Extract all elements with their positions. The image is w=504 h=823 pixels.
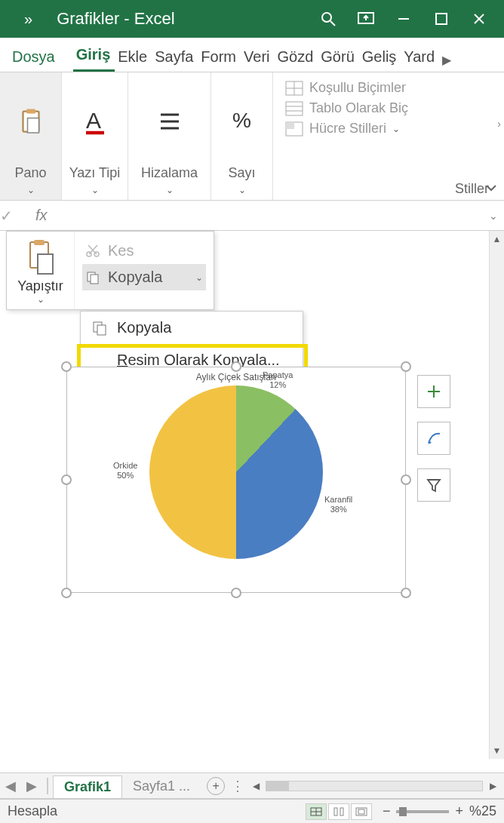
cell-styles-label: Hücre Stilleri: [309, 121, 386, 137]
zoom-in-button[interactable]: +: [455, 803, 463, 819]
svg-line-1: [330, 21, 335, 26]
cell-styles[interactable]: Hücre Stilleri ⌄: [285, 121, 492, 137]
view-normal-icon[interactable]: [306, 803, 327, 820]
view-page-break-icon[interactable]: [351, 803, 372, 820]
resize-handle[interactable]: [231, 361, 241, 372]
resize-handle[interactable]: [401, 474, 411, 485]
vertical-scrollbar[interactable]: ▲ ▼: [489, 231, 504, 759]
scroll-up-icon[interactable]: ▲: [490, 231, 504, 247]
chart-object[interactable]: Aylık Çiçek Satışları Papatya12% Karanfi…: [66, 367, 406, 593]
tab-review[interactable]: Gözd: [274, 42, 318, 72]
pie-chart[interactable]: Papatya12% Karanfil38% Orkide50%: [149, 385, 323, 559]
copy-menu-item[interactable]: Kopyala ⌄: [82, 264, 206, 290]
chevron-down-icon[interactable]: ⌄: [166, 185, 174, 195]
chevron-down-icon[interactable]: ⌄: [195, 272, 203, 283]
zoom-slider[interactable]: [396, 810, 449, 813]
group-styles: Koşullu Biçimler Tablo Olarak Biç Hücre …: [273, 72, 504, 200]
chart-quick-buttons: [417, 375, 450, 502]
paste-button[interactable]: Yapıştır ⌄: [7, 232, 75, 309]
svg-rect-23: [286, 122, 294, 129]
tab-view[interactable]: Görü: [318, 42, 358, 72]
view-page-layout-icon[interactable]: [328, 803, 349, 820]
chart-styles-button[interactable]: [417, 422, 450, 455]
chevron-down-icon[interactable]: ⌄: [27, 185, 35, 195]
minimize-button[interactable]: [385, 0, 423, 38]
scroll-down-icon[interactable]: ▼: [490, 742, 504, 759]
table-icon: [285, 101, 303, 116]
cut-menu-item[interactable]: Kes: [82, 238, 206, 264]
format-as-table[interactable]: Tablo Olarak Biç: [285, 100, 492, 116]
resize-handle[interactable]: [61, 361, 72, 372]
svg-rect-19: [286, 102, 303, 115]
worksheet-area[interactable]: ▲ ▼ Yapıştır ⌄ Kes Kopyala ⌄: [0, 231, 504, 759]
styles-group-label: Stiller: [279, 180, 498, 197]
chart-elements-button[interactable]: [417, 375, 450, 408]
status-calc: Hesapla: [8, 803, 57, 819]
group-font: A Yazı Tipi ⌄: [62, 72, 128, 200]
resize-handle[interactable]: [401, 588, 411, 598]
ribbon: Pano⌄ A Yazı Tipi ⌄ Hizalama⌄ % Sayı⌄ Ko…: [0, 72, 504, 201]
clipboard-icon: [17, 108, 45, 135]
sheet-tab-next[interactable]: Sayfa1 ...: [122, 775, 201, 797]
sheet-nav-next[interactable]: ▶: [21, 778, 42, 794]
font-icon: A: [81, 108, 109, 135]
copy-icon: [91, 320, 108, 336]
svg-rect-5: [436, 14, 447, 24]
conditional-formatting[interactable]: Koşullu Biçimler: [285, 80, 492, 96]
submenu-copy[interactable]: Kopyala: [81, 312, 303, 344]
maximize-button[interactable]: [423, 0, 460, 38]
svg-rect-10: [27, 118, 38, 133]
formula-expand-icon[interactable]: ⌄: [489, 210, 498, 222]
tabs-scroll-right[interactable]: ▶: [439, 48, 454, 72]
hscroll-thumb[interactable]: [266, 782, 289, 791]
table-format-label: Tablo Olarak Biç: [309, 100, 408, 116]
hscroll-right[interactable]: ▶: [486, 781, 499, 791]
styles-scroll[interactable]: ›: [497, 118, 501, 130]
resize-handle[interactable]: [231, 588, 241, 598]
collapse-ribbon-icon[interactable]: [484, 183, 498, 197]
alignment-label[interactable]: Hizalama: [141, 165, 198, 180]
number-label[interactable]: Sayı: [228, 165, 255, 180]
paste-label: Yapıştır: [10, 278, 71, 294]
zoom-level[interactable]: %25: [469, 803, 496, 819]
sheet-tab-active[interactable]: Grafik1: [53, 775, 122, 798]
titlebar-more[interactable]: »: [24, 11, 32, 28]
chevron-down-icon[interactable]: ⌄: [10, 294, 71, 305]
copy-icon: [85, 270, 100, 285]
sheet-tabs-row: ◀ ▶ Grafik1 Sayfa1 ... + ⋮ ◀ ▶: [0, 772, 504, 799]
tab-help[interactable]: Yard: [401, 42, 439, 72]
sheet-nav-prev[interactable]: ◀: [0, 778, 21, 794]
hscroll-left[interactable]: ◀: [249, 781, 263, 791]
svg-rect-45: [358, 809, 364, 814]
zoom-thumb[interactable]: [399, 807, 407, 816]
tab-formulas[interactable]: Form: [198, 42, 241, 72]
svg-rect-43: [340, 808, 343, 815]
status-bar: Hesapla − + %25: [0, 799, 504, 823]
tab-file[interactable]: Dosya: [9, 42, 60, 72]
horizontal-scrollbar[interactable]: ◀ ▶: [244, 781, 504, 791]
clipboard-label[interactable]: Pano: [14, 165, 46, 180]
svg-rect-34: [97, 325, 106, 335]
chevron-down-icon[interactable]: ⌄: [91, 185, 99, 195]
tab-developer[interactable]: Geliş: [359, 42, 401, 72]
close-button[interactable]: [460, 0, 498, 38]
cond-format-label: Koşullu Biçimler: [309, 80, 406, 96]
tab-home[interactable]: Giriş: [73, 40, 115, 72]
tab-data[interactable]: Veri: [241, 42, 274, 72]
tab-insert[interactable]: Ekle: [115, 42, 152, 72]
search-icon[interactable]: [309, 0, 347, 38]
cut-label: Kes: [108, 242, 134, 259]
zoom-out-button[interactable]: −: [383, 803, 391, 819]
group-clipboard: Pano⌄: [0, 72, 62, 200]
add-sheet-button[interactable]: +: [207, 777, 225, 795]
formula-confirm-icon[interactable]: ✓: [0, 207, 13, 225]
font-label[interactable]: Yazı Tipi: [69, 165, 121, 180]
chevron-down-icon[interactable]: ⌄: [238, 185, 246, 195]
fx-icon[interactable]: fx: [35, 207, 48, 224]
tab-pagelayout[interactable]: Sayfa: [152, 42, 198, 72]
resize-handle[interactable]: [61, 588, 72, 598]
ribbon-mode-icon[interactable]: [347, 0, 385, 38]
chart-filter-button[interactable]: [417, 468, 450, 502]
resize-handle[interactable]: [401, 361, 411, 372]
resize-handle[interactable]: [61, 474, 72, 485]
